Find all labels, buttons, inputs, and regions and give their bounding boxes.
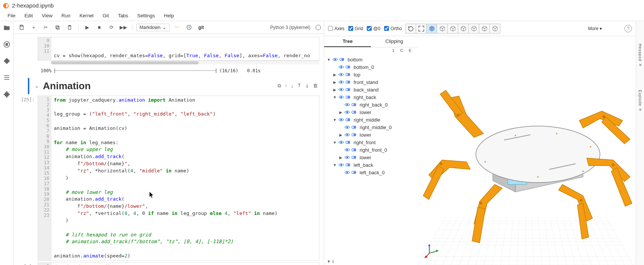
tree-node[interactable]: ▼right_back (324, 93, 418, 101)
menu-git[interactable]: Git (98, 11, 114, 20)
code-cell[interactable]: [ ]: 12 # animation.reset() (14, 262, 324, 265)
svg-rect-70 (346, 164, 348, 166)
markdown-cell[interactable]: ⌄ Animation ⧉ ↑ ↓ ⤒ ⤓ 🗑 (14, 78, 324, 94)
iso-view-button[interactable] (427, 24, 437, 34)
notebook-scroll[interactable]: 91011 cv = show(hexapod, render_mates=Fa… (14, 34, 324, 265)
expand-toggle[interactable]: ▶ (339, 110, 343, 114)
cell-type-select[interactable]: Markdown⌄ (136, 24, 170, 31)
kernel-name[interactable]: Python 3 (ipykernel) (270, 25, 310, 30)
tab-clipping[interactable]: Clipping (371, 36, 418, 47)
insert-below-icon[interactable]: ⤓ (305, 83, 309, 89)
expand-toggle[interactable]: ▼ (333, 140, 337, 145)
tree-node[interactable]: ▼right_middle (324, 116, 418, 123)
fit-view-button[interactable] (416, 24, 427, 34)
expand-toggle[interactable]: ▶ (333, 80, 337, 84)
run-all-button[interactable]: ▶▶ (118, 23, 128, 32)
tree-list[interactable]: ▼bottom bottom_0▶top▶front_stand▶back_st… (324, 55, 418, 257)
running-icon[interactable] (3, 41, 11, 48)
expand-toggle[interactable]: ▼ (333, 95, 337, 99)
tree-node[interactable]: ▶lower (324, 131, 418, 139)
delete-cell-icon[interactable]: 🗑 (313, 83, 318, 89)
code-editor[interactable]: # animation.reset() (52, 263, 319, 265)
kernel-status-icon[interactable] (316, 25, 321, 30)
expand-toggle[interactable] (333, 65, 337, 69)
restart-button[interactable]: ⟳ (106, 23, 116, 32)
tree-node[interactable]: left_back_0 (324, 169, 418, 176)
collapse-toggle[interactable]: ⌄ (35, 83, 39, 89)
expand-toggle[interactable] (339, 125, 343, 129)
expand-toggle[interactable] (339, 171, 343, 175)
hexapod-model[interactable] (418, 36, 636, 265)
cut-button[interactable]: ✂ (41, 23, 50, 32)
tree-node[interactable]: right_middle_0 (324, 123, 418, 131)
at-zero-checkbox[interactable]: @0 (367, 26, 380, 31)
back-view-button[interactable] (448, 24, 458, 34)
front-view-button[interactable] (437, 24, 448, 34)
ortho-checkbox[interactable]: Ortho (384, 26, 402, 31)
tree-node[interactable]: bottom_0 (324, 63, 418, 71)
tree-node[interactable]: ▶back_stand (324, 86, 418, 93)
code-cell[interactable]: [25]: 1234567891011121314151617181920212… (14, 96, 324, 261)
stop-button[interactable]: ■ (94, 23, 104, 32)
paste-button[interactable] (65, 23, 74, 32)
expand-toggle[interactable]: ▼ (333, 118, 337, 122)
toc-icon[interactable] (3, 74, 11, 81)
menu-view[interactable]: View (37, 11, 57, 20)
expand-toggle[interactable]: ▶ (333, 88, 337, 92)
tree-node[interactable]: ▼bottom (324, 56, 418, 63)
help-icon[interactable]: ? (624, 25, 632, 32)
insert-above-icon[interactable]: ⤒ (297, 83, 301, 89)
cad-viewport[interactable] (418, 36, 636, 265)
tree-node[interactable]: ▶front_stand (324, 78, 418, 86)
bottom-view-button[interactable] (469, 24, 479, 34)
menu-help[interactable]: Help (159, 11, 179, 20)
expand-toggle[interactable]: ▼ (327, 58, 331, 62)
extension-icon[interactable] (3, 90, 11, 98)
menu-kernel[interactable]: Kernel (75, 11, 98, 20)
menu-file[interactable]: File (3, 11, 20, 20)
left-view-button[interactable] (479, 24, 490, 34)
reset-view-button[interactable] (406, 24, 416, 34)
move-down-icon[interactable]: ↓ (291, 83, 294, 89)
tree-node[interactable]: right_front_0 (324, 146, 418, 154)
tree-node[interactable]: ▼right_front (324, 139, 418, 146)
tree-node[interactable]: ▼left_back (324, 161, 418, 169)
expand-toggle[interactable] (339, 148, 343, 152)
rtab-explode[interactable]: Explode ✕ (638, 90, 642, 112)
copy-button[interactable] (53, 23, 62, 32)
format-icon[interactable]: 〰 (172, 23, 182, 32)
expand-toggle[interactable]: ▼ (333, 163, 337, 167)
move-up-icon[interactable]: ↑ (285, 83, 287, 89)
axes-checkbox[interactable]: Axes (328, 26, 345, 31)
tree-node[interactable]: ▶lower (324, 108, 418, 116)
tree-node[interactable]: ▶top (324, 71, 418, 78)
expand-toggle[interactable]: ▶ (339, 133, 343, 137)
menu-edit[interactable]: Edit (20, 11, 37, 20)
horizontal-scrollbar[interactable] (51, 61, 319, 64)
expand-toggle[interactable] (339, 103, 343, 107)
more-dropdown[interactable]: More ▾ (588, 26, 602, 31)
rtab-hexapod[interactable]: Hexapod ✕ (638, 44, 642, 67)
expand-toggle[interactable]: ▶ (339, 155, 343, 160)
tab-tree[interactable]: Tree (324, 36, 371, 47)
code-editor[interactable]: from jupyter_cadquery.animation import A… (52, 96, 319, 260)
tree-node[interactable]: right_back_0 (324, 101, 418, 108)
code-editor[interactable]: cv = show(hexapod, render_mates=False, g… (52, 37, 319, 60)
duplicate-icon[interactable]: ⧉ (278, 83, 281, 89)
folder-icon[interactable] (3, 24, 11, 32)
git-icon[interactable] (3, 57, 11, 65)
save-button[interactable] (17, 23, 26, 32)
tree-node[interactable]: ▶lower (324, 154, 418, 161)
clock-icon[interactable] (184, 23, 194, 32)
menu-tabs[interactable]: Tabs (113, 11, 132, 20)
code-cell[interactable]: 91011 cv = show(hexapod, render_mates=Fa… (14, 37, 324, 65)
run-button[interactable]: ▶ (82, 23, 92, 32)
add-cell-button[interactable]: ＋ (29, 23, 38, 32)
menu-settings[interactable]: Settings (133, 11, 159, 20)
top-view-button[interactable] (458, 24, 469, 34)
expand-toggle[interactable]: ▶ (333, 73, 337, 77)
menu-run[interactable]: Run (57, 11, 75, 20)
right-view-button[interactable] (490, 24, 500, 34)
info-row[interactable]: ▼ i (324, 257, 418, 265)
grid-checkbox[interactable]: Grid (348, 26, 363, 31)
